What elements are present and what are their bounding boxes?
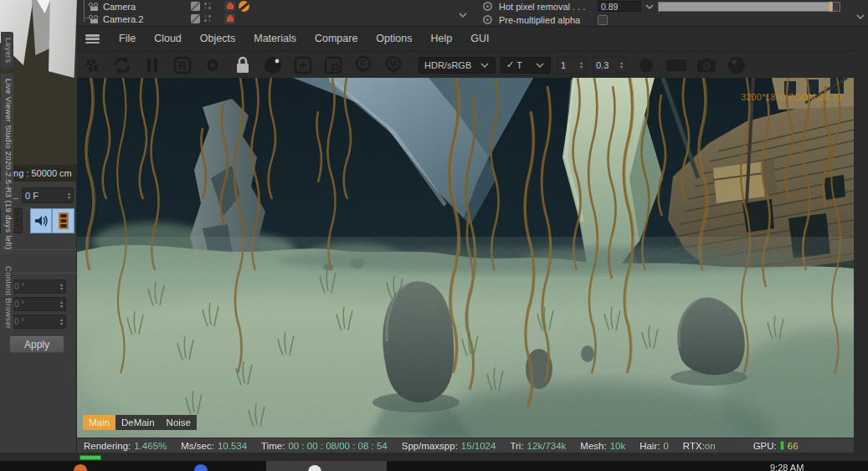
spinner-arrows-icon[interactable]: ▴▾ <box>620 61 623 69</box>
object-manager-strip: Camera Camera.2 Hot pixel removal . . . … <box>77 0 868 27</box>
status-ms-sec: Ms/sec:10.534 <box>181 441 247 451</box>
speaker-icon <box>33 214 49 228</box>
hot-pixel-removal-row: Hot pixel removal . . . 0.89 <box>473 0 868 13</box>
taskbar-app-icon[interactable] <box>74 464 87 471</box>
hot-pixel-value-box[interactable]: 0.89 <box>598 1 641 12</box>
status-rtx: RTX:on <box>683 441 716 451</box>
menu-file[interactable]: File <box>110 27 145 51</box>
editor-render-dots-icon[interactable] <box>204 3 212 10</box>
tonemap-dropdown[interactable]: ✓ T <box>501 57 551 74</box>
render-viewport-image <box>77 78 854 438</box>
render-sphere-icon[interactable] <box>722 54 752 76</box>
render-pass-tabs: Main DeMain Noise <box>83 415 197 430</box>
object-row-camera2[interactable]: Camera.2 <box>77 13 470 25</box>
apply-button[interactable]: Apply <box>9 336 64 353</box>
progress-chip <box>80 455 101 460</box>
rotation-h-spinner[interactable]: 0 ° ▴▾ <box>11 279 66 294</box>
exposure-spinner[interactable]: 1 ▴▾ <box>557 57 586 74</box>
svg-text:M: M <box>390 59 397 69</box>
settings-gear-icon[interactable] <box>198 54 228 76</box>
rotation-p-spinner[interactable]: 0 ° ▴▾ <box>11 297 66 311</box>
taskbar-app-icon[interactable] <box>194 464 208 471</box>
render-status-bar: Rendering:1.465% Ms/sec:10.534 Time:00 :… <box>77 438 854 453</box>
spinner-arrows-icon[interactable]: ▴▾ <box>60 300 63 309</box>
hot-pixel-slider[interactable] <box>658 2 840 12</box>
pick-focus-icon[interactable]: F <box>348 54 378 76</box>
premultiplied-alpha-checkbox[interactable] <box>598 15 608 25</box>
menu-cloud[interactable]: Cloud <box>145 27 191 51</box>
taskbar-clock: 9:28 AM <box>770 463 804 471</box>
menu-objects[interactable]: Objects <box>191 27 244 51</box>
add-region-icon[interactable] <box>288 54 318 76</box>
enable-radio-icon[interactable] <box>483 15 492 24</box>
svg-text:F: F <box>361 59 366 69</box>
dropdown-chevron-icon <box>480 62 490 69</box>
menu-compare[interactable]: Compare <box>306 27 367 51</box>
sound-button[interactable] <box>30 208 52 233</box>
camera-object-icon <box>89 15 100 23</box>
slider-handle[interactable] <box>829 2 832 12</box>
menu-bar: File Cloud Objects Materials Compare Opt… <box>77 27 854 52</box>
value-dropdown-chevron-icon[interactable] <box>645 3 655 10</box>
object-row-camera[interactable]: Camera <box>77 0 470 13</box>
blob-icon[interactable] <box>631 54 661 76</box>
spinner-arrows-icon[interactable]: ▴▾ <box>60 283 63 291</box>
snapshot-camera-icon[interactable] <box>691 54 722 76</box>
enable-radio-icon[interactable] <box>483 2 492 11</box>
camera-tag-icon[interactable] <box>224 13 235 24</box>
premultiplied-alpha-row: Pre-multiplied alpha <box>473 13 868 26</box>
status-gpu: GPU:66 <box>753 441 799 451</box>
rotation-b-spinner[interactable]: 0 ° ▴▾ <box>11 315 66 329</box>
restart-render-icon[interactable] <box>107 54 137 76</box>
scroll-down-chevron-icon[interactable] <box>458 12 468 18</box>
visibility-toggle-icon[interactable] <box>191 2 200 11</box>
tab-layers[interactable]: Layers <box>1 32 13 69</box>
taskbar-active-app-highlight[interactable] <box>266 461 387 471</box>
menu-materials[interactable]: Materials <box>244 27 306 51</box>
panel-scroll-chevron-icon[interactable] <box>855 13 865 20</box>
render-toolbar: R F M HDR/sRGB ✓ T <box>77 52 854 78</box>
colorspace-dropdown[interactable]: HDR/sRGB <box>419 57 496 74</box>
hamburger-menu-icon[interactable] <box>85 34 100 44</box>
material-ball-icon[interactable] <box>258 54 288 76</box>
lock-resolution-icon[interactable] <box>228 54 258 76</box>
film-button[interactable] <box>52 208 74 233</box>
render-viewport[interactable]: 3200*1800 ZOOM:28.70 Main DeMain Noise <box>77 78 854 438</box>
gamma-spinner[interactable]: 0.3 ▴▾ <box>593 57 626 74</box>
status-spp: Spp/maxspp:15/1024 <box>402 441 496 451</box>
camera-tag-icon[interactable] <box>224 1 235 12</box>
menu-gui[interactable]: GUI <box>461 27 498 51</box>
menu-options[interactable]: Options <box>367 27 421 51</box>
setting-label: Hot pixel removal . . . <box>499 2 598 12</box>
svg-text:R: R <box>178 59 187 72</box>
white-geometry-fragment <box>49 0 77 78</box>
menu-help[interactable]: Help <box>421 27 461 51</box>
octane-camera-tag-icon[interactable] <box>239 1 249 12</box>
status-time: Time:00 : 00 : 08/00 : 08 : 54 <box>261 441 388 451</box>
dropdown-chevron-icon <box>535 62 545 69</box>
reset-icon[interactable]: R <box>167 54 198 76</box>
octane-shutter-icon[interactable] <box>77 54 107 76</box>
gpu-usage-bar <box>780 441 784 450</box>
spinner-arrows-icon[interactable]: ▴▾ <box>68 192 70 200</box>
tab-live-viewer[interactable]: Live Viewer Studio 2020.2.5-R3 (19 days … <box>1 74 13 254</box>
pick-material-icon[interactable]: M <box>378 54 408 76</box>
film-frame-icon[interactable] <box>661 54 691 76</box>
object-name: Camera.2 <box>103 14 143 24</box>
tab-demain[interactable]: DeMain <box>116 415 161 430</box>
status-mesh: Mesh:10k <box>580 441 625 451</box>
tab-main[interactable]: Main <box>83 415 116 430</box>
spinner-arrows-icon[interactable]: ▴▾ <box>580 61 583 69</box>
pause-render-icon[interactable] <box>137 54 167 76</box>
editor-render-dots-icon[interactable] <box>204 15 212 23</box>
tab-content-browser[interactable]: Content Browser <box>1 259 13 336</box>
visibility-toggle-icon[interactable] <box>191 14 200 23</box>
lower-strip <box>0 453 868 461</box>
sub-region-icon[interactable] <box>318 54 348 76</box>
frame-spinner[interactable]: 0 F ▴▾ <box>22 187 74 203</box>
resolution-zoom-overlay: 3200*1800 ZOOM:28.70 <box>742 92 842 102</box>
os-taskbar[interactable]: 9:28 AM <box>0 461 868 471</box>
filmstrip-icon <box>57 212 70 229</box>
spinner-arrows-icon[interactable]: ▴▾ <box>60 318 63 326</box>
tab-noise[interactable]: Noise <box>161 415 197 430</box>
